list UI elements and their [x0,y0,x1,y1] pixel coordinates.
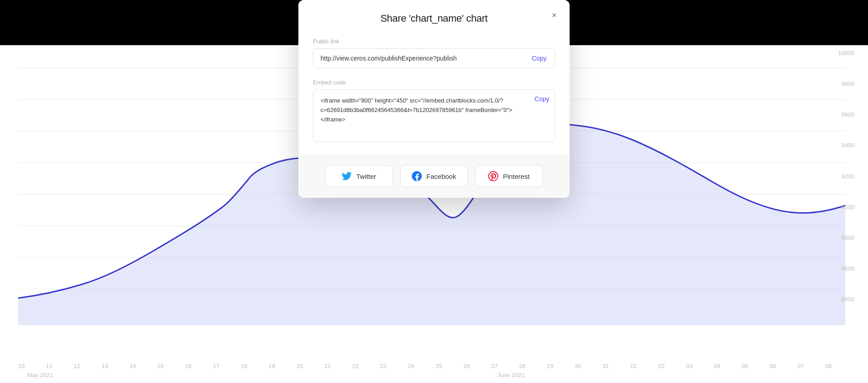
facebook-icon [412,171,422,181]
month-label-may: May 2021 [27,372,53,378]
x-label-15: 15 [157,363,164,369]
y-label-10000: 10000 [838,50,854,56]
x-label-05: 05 [742,363,748,369]
modal-title: Share 'chart_name' chart [313,13,555,24]
modal-header: Share 'chart_name' chart × [298,0,570,33]
x-label-06: 06 [769,363,776,369]
pinterest-label: Pinterest [503,173,529,180]
x-label-07: 07 [797,363,804,369]
x-label-22: 22 [352,363,359,369]
share-modal: Share 'chart_name' chart × Public link C… [298,0,570,198]
twitter-label: Twitter [356,173,376,180]
x-label-03: 03 [686,363,693,369]
x-label-16: 16 [185,363,191,369]
x-label-27: 27 [491,363,498,369]
y-label-9400: 9400 [838,142,854,149]
x-label-24: 24 [408,363,414,369]
x-label-17: 17 [213,363,219,369]
x-label-30: 30 [575,363,581,369]
pinterest-share-button[interactable]: Pinterest [475,165,543,187]
modal-body: Public link Copy Embed code <iframe widt… [298,33,570,154]
y-label-9600: 9600 [838,111,854,118]
facebook-share-button[interactable]: Facebook [400,165,468,187]
x-label-29: 29 [547,363,553,369]
y-label-8400: 8400 [838,296,854,303]
x-label-14: 14 [129,363,136,369]
x-axis-labels: 10 11 12 13 14 15 16 17 18 19 20 21 22 2… [18,363,832,369]
x-label-02: 02 [658,363,665,369]
x-label-28: 28 [519,363,525,369]
x-label-26: 26 [463,363,470,369]
public-link-field: Copy [313,48,555,68]
y-label-8800: 8800 [838,234,854,241]
twitter-share-button[interactable]: Twitter [325,165,393,187]
y-axis-labels: 10000 9800 9600 9400 9200 9000 8800 8600… [838,50,854,303]
y-label-9200: 9200 [838,173,854,180]
embed-code-field: <iframe width="800" height="450" src="//… [313,89,555,142]
modal-close-button[interactable]: × [548,9,561,22]
facebook-label: Facebook [426,173,456,180]
x-label-21: 21 [324,363,330,369]
y-label-9800: 9800 [838,80,854,87]
x-label-31: 31 [603,363,609,369]
pinterest-icon [488,171,498,181]
x-label-11: 11 [46,363,52,369]
x-label-23: 23 [380,363,386,369]
y-label-8600: 8600 [838,265,854,272]
embed-code-textarea[interactable]: <iframe width="800" height="450" src="//… [313,90,555,140]
x-label-12: 12 [74,363,80,369]
x-label-20: 20 [297,363,303,369]
embed-code-label: Embed code [313,79,555,86]
public-link-label: Public link [313,38,555,45]
embed-code-copy-button[interactable]: Copy [534,95,549,103]
x-label-10: 10 [18,363,24,369]
x-label-19: 19 [269,363,275,369]
month-label-june: June 2021 [497,372,525,378]
modal-footer: Twitter Facebook Pinterest [298,154,570,198]
twitter-icon [342,171,352,181]
x-label-18: 18 [241,363,247,369]
x-label-01: 01 [630,363,637,369]
y-label-9000: 9000 [838,204,854,210]
x-label-25: 25 [435,363,442,369]
public-link-input[interactable] [313,49,524,68]
x-label-13: 13 [102,363,108,369]
public-link-copy-button[interactable]: Copy [524,49,555,68]
x-label-08: 08 [825,363,831,369]
x-label-04: 04 [714,363,720,369]
